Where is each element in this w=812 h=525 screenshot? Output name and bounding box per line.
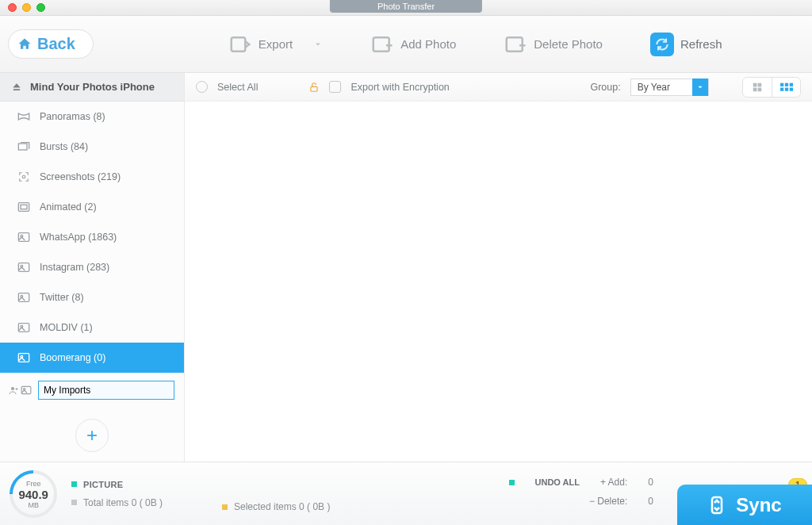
- screenshots-icon: [17, 171, 30, 182]
- back-button[interactable]: Back: [8, 29, 94, 59]
- view-small-grid-button[interactable]: [772, 78, 800, 97]
- footer: Free 940.9 MB PICTURE Total items 0 ( 0B…: [0, 462, 812, 525]
- sidebar-item-screenshots[interactable]: Screenshots (219): [0, 162, 184, 192]
- total-items-label: Total items 0 ( 0B ): [83, 497, 163, 508]
- home-icon: [17, 36, 33, 52]
- svg-rect-26: [784, 82, 787, 86]
- minimize-window-button[interactable]: [22, 3, 31, 12]
- sidebar-device-header[interactable]: Mind Your Photos iPhone: [0, 73, 184, 102]
- eject-icon: [11, 82, 22, 93]
- sidebar-item-label: Twitter (8): [40, 292, 84, 303]
- sidebar-item-label: Bursts (84): [40, 141, 88, 152]
- view-segmented: [742, 77, 801, 98]
- sidebar-item-twitter[interactable]: Twitter (8): [0, 282, 184, 312]
- add-album-button[interactable]: +: [75, 419, 109, 452]
- delete-photo-label: Delete Photo: [534, 37, 603, 51]
- export-label: Export: [259, 37, 293, 51]
- sidebar-item-label: Instagram (283): [40, 262, 109, 273]
- back-label: Back: [37, 35, 75, 53]
- sidebar-device-label: Mind Your Photos iPhone: [30, 81, 155, 93]
- lock-icon: [308, 82, 320, 93]
- album-icon: [17, 352, 30, 363]
- svg-rect-30: [789, 87, 792, 90]
- album-icon: [17, 232, 30, 243]
- album-icon: [17, 322, 30, 333]
- sidebar-item-moldiv[interactable]: MOLDIV (1): [0, 312, 184, 343]
- add-photo-label: Add Photo: [400, 37, 456, 51]
- sidebar-item-label: Animated (2): [40, 201, 97, 213]
- select-all-checkbox[interactable]: [196, 81, 208, 93]
- delete-photo-button[interactable]: Delete Photo: [504, 33, 603, 56]
- svg-rect-25: [780, 82, 783, 86]
- picture-label: PICTURE: [83, 480, 123, 489]
- svg-rect-13: [18, 324, 29, 332]
- panorama-icon: [17, 112, 30, 121]
- export-button[interactable]: Export: [228, 33, 323, 56]
- sidebar-item-boomerang[interactable]: Boomerang (0): [0, 343, 184, 373]
- group-select[interactable]: By Year: [630, 79, 709, 96]
- new-album-input[interactable]: [38, 381, 174, 400]
- zoom-window-button[interactable]: [36, 3, 45, 12]
- sidebar-item-whatsapp[interactable]: WhatsApp (1863): [0, 222, 184, 252]
- new-album-row: [0, 373, 184, 408]
- refresh-icon: [650, 33, 674, 56]
- sidebar-item-label: MOLDIV (1): [40, 322, 93, 333]
- refresh-label: Refresh: [680, 37, 722, 51]
- animated-icon: [17, 201, 30, 213]
- svg-rect-6: [21, 205, 27, 209]
- storage-gauge: Free 940.9 MB: [0, 460, 67, 525]
- encryption-checkbox[interactable]: [329, 81, 341, 93]
- svg-rect-29: [784, 87, 787, 90]
- person-plus-icon: [8, 385, 19, 395]
- svg-rect-21: [753, 82, 757, 86]
- add-value: 0: [648, 477, 653, 488]
- group-label: Group:: [590, 82, 620, 93]
- sync-button[interactable]: Sync: [677, 485, 812, 525]
- album-icon: [21, 385, 32, 395]
- close-window-button[interactable]: [8, 3, 17, 12]
- svg-rect-0: [232, 37, 246, 52]
- plus-icon: +: [86, 424, 98, 446]
- dot-icon: [509, 480, 515, 485]
- sidebar-item-animated[interactable]: Animated (2): [0, 192, 184, 222]
- svg-rect-9: [18, 263, 29, 272]
- svg-point-17: [11, 387, 14, 390]
- undo-all-button[interactable]: UNDO ALL: [535, 477, 580, 487]
- sidebar: Mind Your Photos iPhone Panoramas (8) Bu…: [0, 73, 185, 462]
- sidebar-item-bursts[interactable]: Bursts (84): [0, 132, 184, 162]
- svg-rect-24: [758, 87, 762, 91]
- storage-free-value: 940.9: [18, 487, 48, 500]
- delete-label: − Delete:: [589, 496, 627, 507]
- view-large-grid-button[interactable]: [743, 78, 772, 97]
- svg-rect-7: [18, 233, 29, 242]
- window-title: Photo Transfer: [330, 0, 482, 13]
- group-value: By Year: [631, 82, 692, 93]
- sidebar-item-label: Screenshots (219): [40, 171, 121, 182]
- sidebar-item-instagram[interactable]: Instagram (283): [0, 252, 184, 282]
- filter-bar: Select All Export with Encryption Group:…: [185, 73, 812, 102]
- svg-rect-11: [18, 293, 29, 302]
- sidebar-item-panoramas[interactable]: Panoramas (8): [0, 102, 184, 132]
- content: Select All Export with Encryption Group:…: [185, 73, 812, 462]
- chevron-down-icon: [313, 40, 323, 49]
- album-icon: [17, 262, 30, 273]
- svg-rect-27: [789, 82, 792, 86]
- add-label: + Add:: [600, 477, 627, 488]
- svg-rect-3: [18, 144, 27, 150]
- footer-stats: PICTURE Total items 0 ( 0B ): [71, 480, 163, 508]
- refresh-button[interactable]: Refresh: [650, 33, 722, 56]
- sidebar-item-label: Panoramas (8): [40, 111, 105, 122]
- bursts-icon: [17, 141, 30, 152]
- toolbar: Back Export Add Photo Delete Photo Refre…: [0, 16, 812, 73]
- album-icon: [17, 292, 30, 303]
- dot-icon: [222, 504, 228, 510]
- sync-label: Sync: [736, 494, 781, 516]
- undo-block: UNDO ALL + Add: 0 − Delete: 0: [509, 477, 653, 507]
- photo-grid: [185, 102, 812, 462]
- delete-value: 0: [648, 496, 653, 507]
- add-photo-button[interactable]: Add Photo: [370, 33, 456, 56]
- svg-rect-23: [753, 87, 757, 91]
- storage-free-unit: MB: [18, 500, 48, 508]
- main: Mind Your Photos iPhone Panoramas (8) Bu…: [0, 73, 812, 462]
- sidebar-item-label: Boomerang (0): [40, 352, 105, 363]
